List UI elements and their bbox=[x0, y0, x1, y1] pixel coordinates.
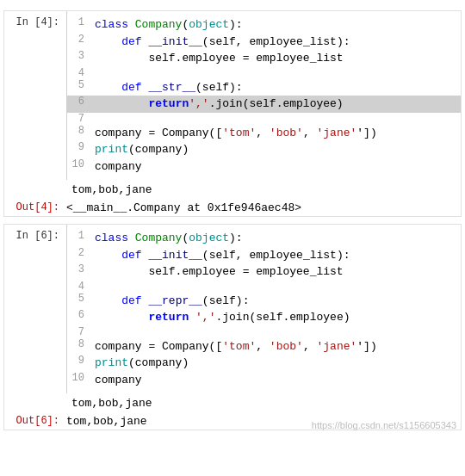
line-num: 2 bbox=[67, 34, 91, 51]
line-num: 3 bbox=[67, 50, 91, 67]
in-label-0: In [4]: bbox=[4, 11, 66, 180]
line-code bbox=[91, 281, 461, 293]
in-label-1: In [6]: bbox=[4, 225, 66, 393]
line-num: 4 bbox=[67, 281, 91, 293]
line-code: class Company(object): bbox=[91, 230, 461, 247]
line-code bbox=[91, 67, 461, 79]
line-num: 2 bbox=[67, 247, 91, 264]
line-code: self.employee = employee_list bbox=[91, 50, 461, 67]
line-num: 5 bbox=[67, 79, 91, 96]
line-code: print(company) bbox=[91, 355, 461, 372]
stdout-0: tom,bob,jane bbox=[4, 180, 461, 200]
code-area-1: 1class Company(object):2 def __init__(se… bbox=[66, 225, 461, 393]
line-num: 6 bbox=[67, 96, 91, 113]
line-code: company = Company(['tom', 'bob', 'jane''… bbox=[91, 338, 461, 355]
stdout-1: tom,bob,jane bbox=[4, 393, 461, 413]
line-code: company = Company(['tom', 'bob', 'jane''… bbox=[91, 125, 461, 142]
cells-container: In [4]:1class Company(object):2 def __in… bbox=[0, 10, 465, 430]
line-num: 10 bbox=[67, 158, 91, 176]
line-code bbox=[91, 326, 461, 338]
line-num: 3 bbox=[67, 263, 91, 281]
line-code: print(company) bbox=[91, 141, 461, 158]
line-num: 7 bbox=[67, 113, 91, 125]
line-num: 10 bbox=[67, 372, 91, 389]
line-code bbox=[91, 113, 461, 125]
line-num: 6 bbox=[67, 309, 91, 326]
cell-1: In [6]:1class Company(object):2 def __in… bbox=[3, 224, 462, 430]
line-code: class Company(object): bbox=[91, 16, 461, 34]
line-code: def __init__(self, employee_list): bbox=[91, 247, 461, 264]
line-code: def __str__(self): bbox=[91, 79, 461, 96]
line-num: 8 bbox=[67, 125, 91, 142]
line-num: 5 bbox=[67, 293, 91, 310]
cell-code-row-1: In [6]:1class Company(object):2 def __in… bbox=[4, 225, 461, 393]
line-code: def __repr__(self): bbox=[91, 293, 461, 310]
code-area-0: 1class Company(object):2 def __init__(se… bbox=[66, 11, 461, 180]
line-code: self.employee = employee_list bbox=[91, 263, 461, 281]
line-num: 1 bbox=[67, 16, 91, 34]
line-num: 9 bbox=[67, 355, 91, 372]
line-num: 4 bbox=[67, 67, 91, 79]
out-value-1: tom,bob,jane bbox=[66, 415, 147, 428]
line-code: company bbox=[91, 158, 461, 176]
notebook-wrapper: In [4]:1class Company(object):2 def __in… bbox=[0, 0, 465, 441]
out-value-0: <__main__.Company at 0x1fe946aec48> bbox=[66, 201, 301, 214]
line-num: 8 bbox=[67, 338, 91, 355]
out-label-0: Out[4]: bbox=[4, 201, 66, 214]
watermark: https://blog.csdn.net/s1156605343 bbox=[312, 420, 456, 430]
line-code: def __init__(self, employee_list): bbox=[91, 34, 461, 51]
cell-code-row-0: In [4]:1class Company(object):2 def __in… bbox=[4, 11, 461, 180]
line-num: 1 bbox=[67, 230, 91, 247]
line-num: 7 bbox=[67, 326, 91, 338]
line-code: return','.join(self.employee) bbox=[91, 96, 461, 113]
out-label-1: Out[6]: bbox=[4, 415, 66, 428]
out-row-0: Out[4]:<__main__.Company at 0x1fe946aec4… bbox=[4, 200, 461, 216]
line-code: company bbox=[91, 372, 461, 389]
line-num: 9 bbox=[67, 141, 91, 158]
line-code: return ','.join(self.employee) bbox=[91, 309, 461, 326]
cell-0: In [4]:1class Company(object):2 def __in… bbox=[3, 10, 462, 217]
